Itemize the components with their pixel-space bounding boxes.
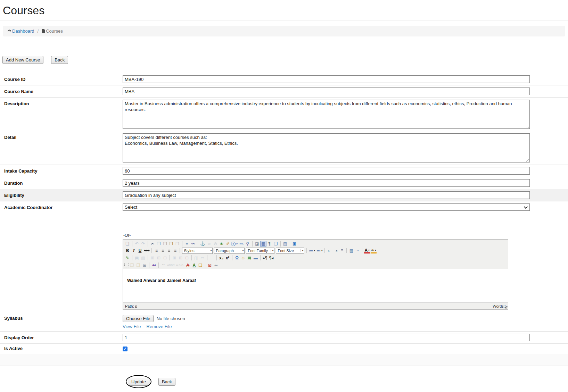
bullet-list-icon[interactable]: ≔▾ <box>308 248 316 253</box>
styles-dropdown[interactable]: Styles▾ <box>182 248 213 254</box>
cite-icon[interactable]: ❐ <box>129 262 135 268</box>
emoticon-icon[interactable]: ☺ <box>240 255 246 261</box>
strikethrough-icon[interactable]: ABC <box>143 248 150 253</box>
image-icon[interactable]: ❀ <box>219 241 225 247</box>
description-textarea[interactable]: Master in Business administration offers… <box>123 100 530 129</box>
paste-from-word-icon[interactable]: ❒ <box>174 241 181 247</box>
text-color-icon[interactable]: A▾ <box>364 248 370 253</box>
underline-icon[interactable]: U <box>137 248 143 253</box>
back-button-top[interactable]: Back <box>51 56 68 64</box>
toolbar-separator <box>232 255 232 260</box>
italic-icon[interactable]: I <box>131 248 137 253</box>
numbered-list-icon[interactable]: ≕▾ <box>316 248 323 253</box>
is-active-checkbox[interactable] <box>123 347 127 351</box>
cleanup-icon[interactable]: ✐ <box>225 241 231 247</box>
subscript-icon[interactable]: x₂ <box>218 255 224 261</box>
paste-as-text-icon[interactable]: ❒ <box>168 241 174 247</box>
course-id-input[interactable] <box>123 75 530 83</box>
indent-icon[interactable]: ⇥ <box>332 248 339 253</box>
show-blocks-icon[interactable]: ¶ <box>266 241 273 247</box>
breadcrumb-dashboard-link[interactable]: Dashboard <box>7 28 34 34</box>
insertion-icon[interactable]: A <box>191 262 197 268</box>
align-right-icon[interactable]: ≡ <box>166 248 172 253</box>
redo-icon[interactable]: ↷ <box>140 241 146 247</box>
blockquote-icon[interactable]: ❝ <box>339 248 345 253</box>
delete-row-icon[interactable]: ⊟ <box>162 255 168 261</box>
remove-format-icon[interactable]: ◪ <box>254 241 260 247</box>
duration-input[interactable] <box>123 179 530 187</box>
eligibility-input[interactable] <box>123 191 530 199</box>
duration-label: Duration <box>0 179 123 187</box>
insert-row-before-icon[interactable]: ⊞ <box>149 255 156 261</box>
new-document-icon[interactable]: ❏ <box>124 241 131 247</box>
align-left-icon[interactable]: ≡ <box>153 248 159 253</box>
nonbreaking-space-icon[interactable]: ⇿ <box>213 262 219 268</box>
unlink-icon[interactable]: ⊘ <box>212 241 219 247</box>
course-name-input[interactable] <box>123 87 530 95</box>
table-row-props-icon[interactable]: ▤ <box>134 255 140 261</box>
choose-file-button[interactable]: Choose File <box>123 315 154 322</box>
html-source-icon[interactable]: HTML <box>236 241 245 247</box>
find-replace-icon[interactable]: ⚯ <box>190 241 196 247</box>
table-cell-props-icon[interactable]: ▥ <box>140 255 146 261</box>
page-break-icon[interactable]: ⊠ <box>207 262 213 268</box>
insert-layer-icon[interactable]: ⊞ <box>141 262 148 268</box>
acronym-icon[interactable]: A.B.C. <box>175 262 185 268</box>
breadcrumb-current-label: Courses <box>46 28 63 34</box>
abbr-icon[interactable]: ❐ <box>135 262 141 268</box>
media-icon[interactable]: ▤ <box>246 255 253 261</box>
table-edit-icon[interactable]: ✎ <box>124 255 131 261</box>
bold-icon[interactable]: B <box>124 248 131 253</box>
help-icon[interactable]: ? <box>231 242 236 246</box>
align-center-icon[interactable]: ≡ <box>159 248 166 253</box>
delete-col-icon[interactable]: ⊟ <box>184 255 190 261</box>
horizontal-rule-icon[interactable]: — <box>209 255 215 261</box>
insert-time-icon[interactable]: ◔ <box>354 248 361 253</box>
special-char-icon[interactable]: Ω <box>234 255 240 261</box>
editor-content-area[interactable]: Waleed Anwar and Jameel Aaraaf <box>123 269 508 303</box>
advanced-hr-icon[interactable]: ▬ <box>253 255 259 261</box>
detail-textarea[interactable]: Subject covers different courses such as… <box>123 133 530 162</box>
copy-icon[interactable]: ❐ <box>156 241 162 247</box>
back-button-bottom[interactable]: Back <box>158 378 175 386</box>
ltr-icon[interactable]: ▸¶ <box>262 255 268 261</box>
link-icon[interactable]: ∞ <box>206 241 212 247</box>
display-order-input[interactable] <box>123 334 530 341</box>
insert-row-after-icon[interactable]: ⊞ <box>156 255 162 261</box>
remove-file-link[interactable]: Remove File <box>147 324 172 329</box>
fullscreen-icon[interactable]: ▣ <box>291 241 298 247</box>
print-icon[interactable]: ▤ <box>282 241 288 247</box>
font-size-dropdown[interactable]: Font Size▾ <box>276 248 304 254</box>
insert-col-after-icon[interactable]: ⊞ <box>178 255 184 261</box>
cut-icon[interactable]: ✂ <box>149 241 156 247</box>
view-file-link[interactable]: View File <box>123 324 141 329</box>
paste-icon[interactable]: ❒ <box>162 241 168 247</box>
zoom-icon[interactable]: ⚲ <box>245 241 251 247</box>
academic-coordinator-select[interactable]: Select <box>123 203 530 211</box>
visual-aid-icon[interactable]: ▫ <box>124 263 129 267</box>
insert-col-before-icon[interactable]: ⊞ <box>171 255 178 261</box>
rtl-icon[interactable]: ¶◂ <box>268 255 274 261</box>
align-justify-icon[interactable]: ≡ <box>172 248 178 253</box>
abbr-text-icon[interactable]: ABBR <box>166 262 175 268</box>
find-icon[interactable]: ⚭ <box>184 241 190 247</box>
preview-icon[interactable]: ❏ <box>273 241 279 247</box>
style-props-icon[interactable]: A4 <box>151 262 157 268</box>
highlight-color-icon[interactable]: ab▾ <box>370 248 377 253</box>
split-cells-icon[interactable]: ◫ <box>193 255 199 261</box>
merge-cells-icon[interactable]: ▭ <box>199 255 206 261</box>
anchor-icon[interactable]: ⚓ <box>199 241 206 247</box>
intake-capacity-input[interactable] <box>123 167 530 175</box>
deletion-icon[interactable]: A <box>185 262 191 268</box>
font-family-dropdown[interactable]: Font Family▾ <box>246 248 274 254</box>
attributes-icon[interactable]: ❏ <box>197 262 204 268</box>
table-icon[interactable]: ▦ <box>260 241 266 247</box>
superscript-icon[interactable]: x² <box>224 255 231 261</box>
update-button[interactable]: Update <box>128 378 149 386</box>
quotes-icon[interactable]: ❝❞ <box>160 262 166 268</box>
undo-icon[interactable]: ↶ <box>134 241 140 247</box>
outdent-icon[interactable]: ⇤ <box>326 248 332 253</box>
paragraph-dropdown[interactable]: Paragraph▾ <box>214 248 245 254</box>
add-new-course-button[interactable]: Add New Course <box>2 56 43 64</box>
insert-date-icon[interactable]: ▦ <box>348 248 354 253</box>
